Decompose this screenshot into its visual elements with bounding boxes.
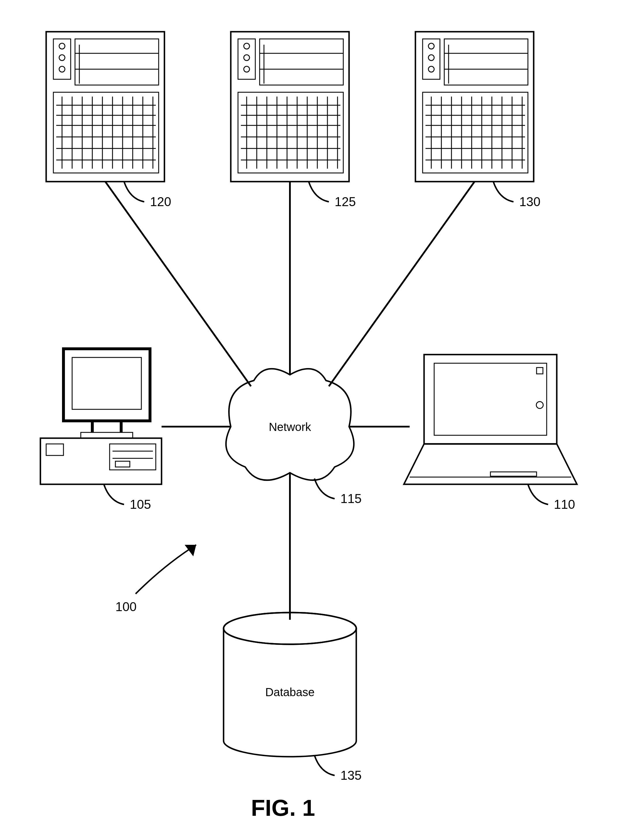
- svg-point-98: [536, 402, 543, 408]
- svg-rect-5: [75, 39, 159, 85]
- database-cylinder: Database 135: [224, 613, 361, 782]
- svg-rect-85: [72, 357, 141, 410]
- server-right: 130: [416, 32, 540, 209]
- svg-point-4: [59, 66, 65, 72]
- svg-rect-57: [444, 39, 528, 85]
- figure-label: FIG. 1: [251, 795, 315, 821]
- database-label: Database: [265, 686, 314, 699]
- ref-database: 135: [340, 768, 361, 782]
- svg-point-30: [244, 66, 250, 72]
- svg-line-80: [329, 181, 475, 386]
- server-mid: 125: [231, 32, 356, 209]
- svg-rect-91: [110, 444, 156, 470]
- ref-server-right: 130: [519, 194, 540, 209]
- svg-point-3: [59, 55, 65, 61]
- svg-rect-94: [115, 461, 130, 467]
- svg-rect-96: [434, 363, 547, 435]
- svg-rect-27: [238, 39, 255, 79]
- system-ref: 100: [115, 545, 196, 614]
- desktop-computer: 105: [40, 349, 161, 511]
- svg-rect-1: [53, 39, 71, 79]
- ref-network: 115: [340, 491, 361, 506]
- ref-server-left: 120: [150, 194, 171, 209]
- svg-rect-89: [40, 438, 161, 484]
- ref-desktop: 105: [130, 497, 151, 511]
- ref-server-mid: 125: [335, 194, 356, 209]
- svg-rect-88: [81, 432, 133, 438]
- server-group: 120 125: [46, 32, 540, 209]
- svg-rect-52: [416, 32, 534, 181]
- network-label: Network: [269, 421, 312, 433]
- svg-rect-53: [423, 39, 440, 79]
- svg-rect-0: [46, 32, 164, 181]
- svg-point-2: [59, 43, 65, 49]
- svg-line-78: [105, 181, 251, 386]
- svg-rect-100: [490, 472, 536, 476]
- svg-rect-84: [63, 349, 150, 421]
- svg-rect-90: [46, 444, 63, 455]
- server-left: 120: [46, 32, 171, 209]
- laptop-computer: 110: [404, 355, 577, 511]
- network-system-diagram: 120 125: [0, 0, 641, 840]
- svg-rect-26: [231, 32, 349, 181]
- ref-laptop: 110: [554, 497, 575, 511]
- links: [105, 181, 475, 620]
- svg-rect-97: [536, 368, 543, 374]
- svg-point-54: [428, 43, 434, 49]
- svg-point-28: [244, 43, 250, 49]
- network-cloud: Network 115: [226, 369, 361, 506]
- svg-point-29: [244, 55, 250, 61]
- ref-system: 100: [115, 599, 137, 614]
- svg-rect-31: [259, 39, 343, 85]
- svg-point-55: [428, 55, 434, 61]
- svg-point-56: [428, 66, 434, 72]
